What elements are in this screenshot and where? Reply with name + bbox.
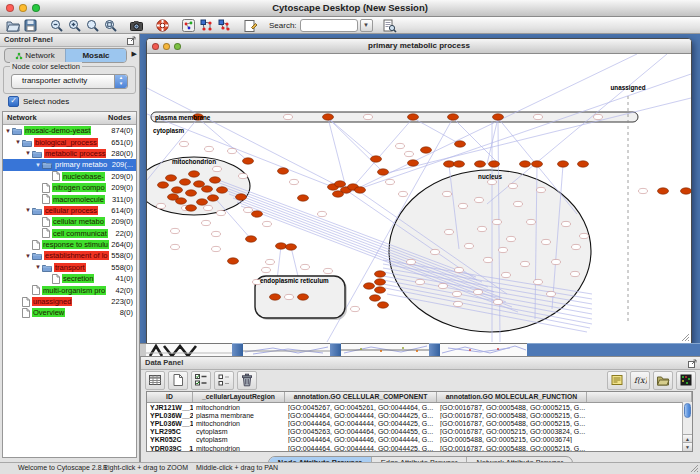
column-header[interactable]: annotation.GO CELLULAR_COMPONENT [285,392,437,402]
node[interactable] [270,294,281,300]
node[interactable] [228,148,237,153]
search-input[interactable] [300,19,358,32]
node[interactable] [243,158,254,164]
node[interactable] [552,259,561,264]
node[interactable] [572,244,581,249]
node[interactable] [239,173,248,178]
table-row[interactable]: YPL036W__2plasma membrane[GO:0044464, GO… [147,411,692,419]
minimized-window-thumbnail[interactable] [243,343,330,356]
expand-triangle-icon[interactable]: ▼ [35,264,42,270]
node[interactable] [639,188,648,193]
node[interactable] [475,161,486,167]
vizmapper-icon[interactable] [180,18,196,33]
unselect-attributes-icon[interactable] [214,371,234,390]
node[interactable] [527,219,536,224]
node[interactable] [236,194,247,200]
node[interactable] [489,161,500,167]
node[interactable] [407,259,416,264]
tree-row[interactable]: ▼biological_process651(0) [3,136,136,147]
node[interactable] [286,244,297,250]
import-attributes-icon[interactable] [653,371,673,390]
label-icon[interactable] [607,371,627,390]
column-header[interactable]: _cellularLayoutRegion [193,392,285,402]
node[interactable] [375,271,386,277]
node[interactable] [290,179,299,184]
node[interactable] [262,267,271,272]
node[interactable] [197,199,208,205]
node[interactable] [443,191,452,196]
select-nodes-checkbox[interactable]: ✓ [8,96,19,107]
node[interactable] [459,203,468,208]
node[interactable] [578,161,589,167]
select-attributes-icon[interactable] [191,371,211,390]
node[interactable] [205,146,214,151]
node[interactable] [594,114,603,119]
zoom-in-icon[interactable] [66,18,82,33]
node[interactable] [318,211,327,216]
node[interactable] [213,166,222,171]
node[interactable] [454,301,463,306]
attribute-table-icon[interactable] [145,371,165,390]
float-panel-icon[interactable] [127,36,136,45]
tree-row[interactable]: ▼transport558(0) [3,262,136,273]
expand-triangle-icon[interactable]: ▼ [25,207,32,213]
node[interactable] [202,186,213,192]
node[interactable] [421,147,432,153]
node[interactable] [534,279,543,284]
node[interactable] [180,141,189,146]
node[interactable] [396,143,405,148]
node[interactable] [474,289,483,294]
node[interactable] [453,291,462,296]
node[interactable] [168,194,179,200]
node[interactable] [562,221,571,226]
node[interactable] [493,219,502,224]
node[interactable] [158,182,169,188]
node[interactable] [157,203,166,208]
tree-row[interactable]: response to stimulu264(0) [3,239,136,250]
node[interactable] [416,279,425,284]
node[interactable] [534,114,543,119]
node[interactable] [189,171,200,177]
node[interactable] [484,257,493,262]
node[interactable] [408,160,419,166]
window-edge[interactable] [527,343,700,356]
tree-row[interactable]: Overview8(0) [3,307,136,318]
new-attribute-icon[interactable] [168,371,188,390]
node[interactable] [475,197,484,202]
node[interactable] [399,191,408,196]
node[interactable] [212,231,221,236]
table-row[interactable]: YPL036W__1mitochondrion[GO:0044464, GO:0… [147,419,692,427]
tab-mosaic[interactable]: Mosaic [65,49,126,62]
zoom-out-icon[interactable] [48,18,64,33]
node[interactable] [408,114,419,120]
tree-row[interactable]: multi-organism pro42(0) [3,284,136,295]
node[interactable] [228,258,239,264]
column-header[interactable]: ID [147,392,193,402]
node[interactable] [439,283,448,288]
annotation-icon[interactable] [242,18,258,33]
node[interactable] [431,249,440,254]
node[interactable] [455,267,464,272]
minimized-window-thumbnail[interactable] [146,343,232,356]
node-color-dropdown[interactable]: transporter activity ▲▼ [11,74,128,89]
tree-row[interactable]: ▼cellular process614(0) [3,205,136,216]
node[interactable] [194,181,205,187]
node[interactable] [263,221,272,226]
node[interactable] [405,151,414,156]
tree-row[interactable]: ▼mosaic-demo-yeast874(0) [3,125,136,136]
node[interactable] [210,177,221,183]
node[interactable] [378,302,389,308]
node[interactable] [278,168,289,174]
node[interactable] [521,261,530,266]
node[interactable] [171,244,180,249]
node[interactable] [499,247,508,252]
region-plasma-membrane[interactable] [151,112,638,122]
node[interactable] [202,220,211,225]
snapshot-icon[interactable] [128,18,144,33]
delete-attribute-icon[interactable] [237,371,257,390]
node[interactable] [658,188,669,194]
expand-triangle-icon[interactable]: ▼ [15,139,22,145]
minimized-window-thumbnail[interactable] [341,343,429,356]
layout-network-icon[interactable] [198,18,214,33]
node[interactable] [375,279,386,285]
